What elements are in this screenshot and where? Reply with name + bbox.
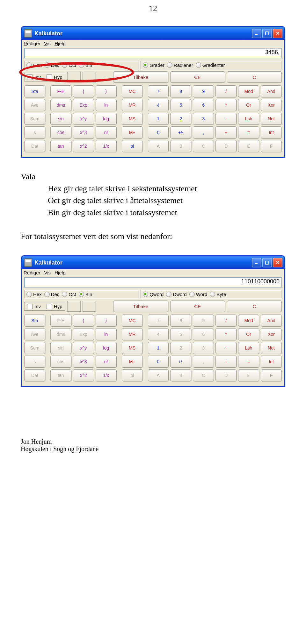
key-2[interactable]: 2 xyxy=(170,113,191,125)
key-0[interactable]: 0 xyxy=(148,126,169,138)
key-fe[interactable]: F-E xyxy=(50,85,71,97)
c-button[interactable]: C xyxy=(227,71,282,83)
key-lsh[interactable]: Lsh xyxy=(238,342,259,354)
key-log[interactable]: log xyxy=(96,113,117,125)
key-ln[interactable]: ln xyxy=(96,328,117,340)
menu-hjelp[interactable]: Hjelp xyxy=(55,270,65,275)
radio-oct[interactable]: Oct xyxy=(62,62,76,68)
menu-rediger[interactable]: Rediger xyxy=(24,270,40,275)
key-lparen[interactable]: ( xyxy=(73,315,94,327)
key-rparen[interactable]: ) xyxy=(96,85,117,97)
key-div[interactable]: / xyxy=(215,85,237,97)
close-button[interactable]: ✕ xyxy=(273,258,282,267)
key-eq[interactable]: = xyxy=(238,356,259,368)
key-5[interactable]: 5 xyxy=(170,99,191,111)
key-sta[interactable]: Sta xyxy=(24,85,45,97)
key-nfact[interactable]: n! xyxy=(96,126,117,138)
radio-byte[interactable]: Byte xyxy=(210,292,226,297)
radio-dec[interactable]: Dec xyxy=(44,62,60,68)
key-xy[interactable]: x^y xyxy=(73,342,94,354)
ce-button[interactable]: CE xyxy=(170,71,225,83)
key-rparen[interactable]: ) xyxy=(96,315,117,327)
checkbox-inv[interactable]: Inv xyxy=(27,74,41,80)
key-eq[interactable]: = xyxy=(238,126,259,138)
key-ms[interactable]: MS xyxy=(122,113,143,125)
radio-gradienter[interactable]: Gradienter xyxy=(196,62,225,68)
key-or[interactable]: Or xyxy=(238,328,259,340)
key-ln[interactable]: ln xyxy=(96,99,117,111)
key-xy[interactable]: x^y xyxy=(73,113,94,125)
maximize-button[interactable] xyxy=(262,258,272,267)
key-9[interactable]: 9 xyxy=(193,85,214,97)
radio-dword[interactable]: Dword xyxy=(166,292,186,297)
radio-grader[interactable]: Grader xyxy=(143,62,164,68)
key-int[interactable]: Int xyxy=(261,126,282,138)
key-0[interactable]: 0 xyxy=(148,356,169,368)
key-sta[interactable]: Sta xyxy=(24,315,45,327)
key-add[interactable]: + xyxy=(215,126,237,138)
radio-bin[interactable]: Bin xyxy=(79,62,92,68)
key-int[interactable]: Int xyxy=(261,356,282,368)
key-1[interactable]: 1 xyxy=(148,113,169,125)
menu-hjelp[interactable]: Hjelp xyxy=(55,41,65,46)
tilbake-button[interactable]: Tilbake xyxy=(113,301,168,312)
checkbox-hyp[interactable]: Hyp xyxy=(47,304,62,309)
tilbake-button[interactable]: Tilbake xyxy=(113,71,168,83)
key-dms[interactable]: dms xyxy=(50,99,71,111)
key-1[interactable]: 1 xyxy=(148,342,169,354)
key-1x[interactable]: 1/x xyxy=(96,140,117,152)
key-div[interactable]: / xyxy=(215,315,237,327)
key-mul[interactable]: * xyxy=(215,99,237,111)
key-sub[interactable]: - xyxy=(215,113,237,125)
key-3[interactable]: 3 xyxy=(193,113,214,125)
key-mc[interactable]: MC xyxy=(122,315,143,327)
radio-hex[interactable]: Hex xyxy=(26,62,42,68)
key-mplus[interactable]: M+ xyxy=(122,356,143,368)
key-x3[interactable]: x^3 xyxy=(73,126,94,138)
radio-word[interactable]: Word xyxy=(189,292,208,297)
key-mr[interactable]: MR xyxy=(122,328,143,340)
key-or[interactable]: Or xyxy=(238,99,259,111)
key-sub[interactable]: - xyxy=(215,342,237,354)
key-log[interactable]: log xyxy=(96,342,117,354)
key-6[interactable]: 6 xyxy=(193,99,214,111)
radio-oct[interactable]: Oct xyxy=(62,292,76,297)
close-button[interactable]: ✕ xyxy=(273,29,282,38)
menu-vis[interactable]: Vis xyxy=(44,41,51,46)
key-ms[interactable]: MS xyxy=(122,342,143,354)
key-8[interactable]: 8 xyxy=(170,85,191,97)
key-x2[interactable]: x^2 xyxy=(73,140,94,152)
key-mc[interactable]: MC xyxy=(122,85,143,97)
ce-button[interactable]: CE xyxy=(170,301,225,312)
key-7[interactable]: 7 xyxy=(148,85,169,97)
key-add[interactable]: + xyxy=(215,356,237,368)
minimize-button[interactable] xyxy=(252,29,261,38)
key-mod[interactable]: Mod xyxy=(238,85,259,97)
key-nfact[interactable]: n! xyxy=(96,356,117,368)
key-lparen[interactable]: ( xyxy=(73,85,94,97)
radio-dec[interactable]: Dec xyxy=(44,292,60,297)
key-cos[interactable]: cos xyxy=(50,126,71,138)
key-comma[interactable]: , xyxy=(193,126,214,138)
key-sign[interactable]: +/- xyxy=(170,126,191,138)
checkbox-inv[interactable]: Inv xyxy=(27,304,41,309)
radio-qword[interactable]: Qword xyxy=(143,292,164,297)
key-lsh[interactable]: Lsh xyxy=(238,113,259,125)
key-mod[interactable]: Mod xyxy=(238,315,259,327)
key-mul[interactable]: * xyxy=(215,328,237,340)
c-button[interactable]: C xyxy=(227,301,282,312)
key-not[interactable]: Not xyxy=(261,113,282,125)
maximize-button[interactable] xyxy=(262,29,272,38)
menu-rediger[interactable]: Rediger xyxy=(24,41,40,46)
menu-vis[interactable]: Vis xyxy=(44,270,51,275)
key-x3[interactable]: x^3 xyxy=(73,356,94,368)
key-and[interactable]: And xyxy=(261,315,282,327)
key-pi[interactable]: pi xyxy=(122,140,143,152)
key-tan[interactable]: tan xyxy=(50,140,71,152)
radio-bin[interactable]: Bin xyxy=(79,292,92,297)
key-mplus[interactable]: M+ xyxy=(122,126,143,138)
key-4[interactable]: 4 xyxy=(148,99,169,111)
minimize-button[interactable] xyxy=(252,258,261,267)
key-sin[interactable]: sin xyxy=(50,113,71,125)
key-1x[interactable]: 1/x xyxy=(96,369,117,381)
